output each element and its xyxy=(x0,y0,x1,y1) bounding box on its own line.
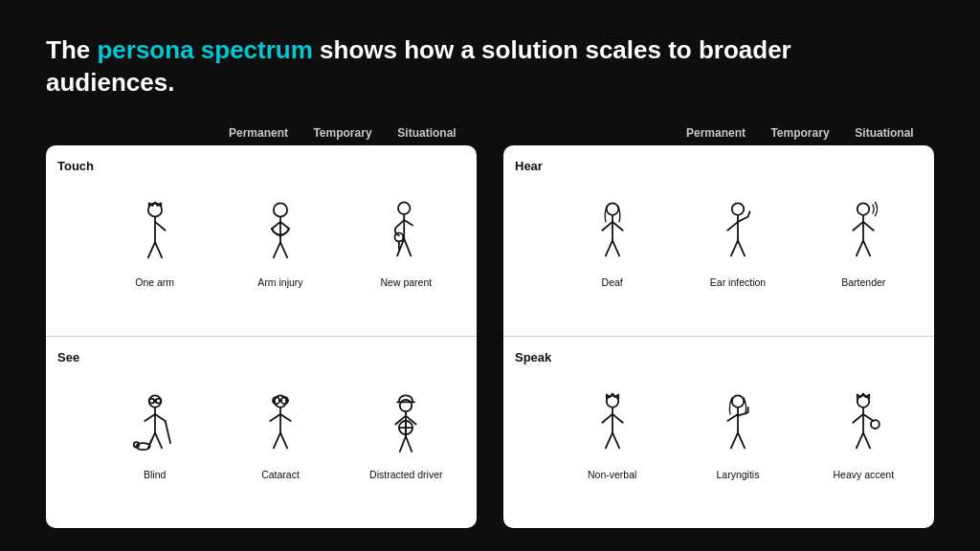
figure-new-parent: New parent xyxy=(365,198,447,289)
right-col-permanent: Permanent xyxy=(674,126,758,140)
svg-point-8 xyxy=(398,203,410,214)
touch-figures: One arm xyxy=(92,198,469,289)
touch-section: Touch xyxy=(46,145,477,337)
ear-infection-label: Ear infection xyxy=(710,276,766,289)
svg-line-53 xyxy=(731,241,738,256)
svg-line-26 xyxy=(149,439,151,443)
svg-line-42 xyxy=(400,436,406,452)
svg-line-2 xyxy=(148,242,155,257)
see-section: See xyxy=(46,336,477,528)
svg-point-50 xyxy=(732,203,744,214)
figure-one-arm: One arm xyxy=(114,198,196,289)
svg-rect-15 xyxy=(148,399,153,403)
headline-part1: The xyxy=(46,35,97,64)
ear-infection-icon xyxy=(709,198,767,275)
right-diagram-block: Permanent Temporary Situational Hear xyxy=(503,126,934,528)
one-arm-label: One arm xyxy=(135,276,174,289)
right-card: Hear xyxy=(503,145,934,528)
heavy-accent-icon xyxy=(835,390,892,467)
see-figures: Blind xyxy=(92,390,469,481)
svg-line-49 xyxy=(612,241,619,256)
svg-line-59 xyxy=(857,241,863,256)
new-parent-icon xyxy=(377,198,434,275)
svg-line-64 xyxy=(612,414,623,423)
svg-line-65 xyxy=(606,432,612,448)
main-container: The persona spectrum shows how a solutio… xyxy=(0,0,980,551)
svg-line-23 xyxy=(155,432,162,448)
svg-point-72 xyxy=(858,395,869,407)
figure-heavy-accent: Heavy accent xyxy=(822,390,904,481)
left-diagram-block: Permanent Temporary Situational Touch xyxy=(46,126,477,528)
non-verbal-label: Non-verbal xyxy=(588,469,636,481)
deaf-label: Deaf xyxy=(602,276,623,289)
laryngitis-label: Laryngitis xyxy=(717,469,760,481)
headline-accent: persona spectrum xyxy=(97,35,312,64)
one-arm-icon xyxy=(126,198,184,275)
svg-line-76 xyxy=(863,432,870,448)
svg-line-52 xyxy=(727,222,738,231)
svg-line-19 xyxy=(145,414,155,421)
speak-label: Speak xyxy=(515,346,549,364)
svg-line-54 xyxy=(738,241,745,256)
touch-label: Touch xyxy=(57,155,92,173)
speak-figures: Non-verbal xyxy=(549,390,926,481)
hear-section: Hear xyxy=(503,145,934,337)
left-col-situational: Situational xyxy=(385,126,469,140)
cataract-label: Cataract xyxy=(261,469,300,481)
svg-line-70 xyxy=(731,432,738,448)
hear-label: Hear xyxy=(515,155,549,173)
svg-line-71 xyxy=(738,432,745,448)
svg-point-67 xyxy=(732,395,744,407)
laryngitis-icon xyxy=(709,390,767,467)
figure-deaf: Deaf xyxy=(571,198,654,289)
hear-figures: Deaf xyxy=(549,198,926,289)
svg-line-32 xyxy=(270,414,280,421)
see-label: See xyxy=(57,346,92,364)
svg-line-48 xyxy=(606,241,612,256)
figure-laryngitis: Laryngitis xyxy=(697,390,779,481)
distracted-driver-icon xyxy=(377,390,434,467)
figure-cataract: Cataract xyxy=(239,390,322,481)
left-col-permanent: Permanent xyxy=(216,126,301,140)
right-col-headers: Permanent Temporary Situational xyxy=(503,126,934,140)
arm-injury-icon xyxy=(252,198,309,275)
left-col-headers: Permanent Temporary Situational xyxy=(46,126,477,140)
headline: The persona spectrum shows how a solutio… xyxy=(46,34,869,99)
cataract-icon xyxy=(252,390,309,467)
left-card: Touch xyxy=(46,145,477,528)
svg-line-20 xyxy=(155,414,166,421)
svg-line-60 xyxy=(863,241,870,256)
figure-ear-infection: Ear infection xyxy=(697,198,779,289)
blind-label: Blind xyxy=(144,469,166,481)
svg-line-58 xyxy=(863,222,874,231)
svg-point-55 xyxy=(858,203,869,214)
svg-point-10 xyxy=(395,233,404,242)
svg-line-33 xyxy=(280,414,291,421)
bartender-icon xyxy=(835,198,892,275)
svg-line-7 xyxy=(280,242,287,257)
svg-line-35 xyxy=(280,432,287,448)
figure-distracted-driver: Distracted driver xyxy=(365,390,447,481)
svg-point-44 xyxy=(606,203,617,214)
figure-bartender: Bartender xyxy=(822,198,904,289)
heavy-accent-label: Heavy accent xyxy=(834,469,895,481)
svg-line-46 xyxy=(602,222,612,231)
arm-injury-label: Arm injury xyxy=(257,276,302,289)
svg-line-34 xyxy=(274,432,280,448)
svg-line-3 xyxy=(155,242,162,257)
new-parent-label: New parent xyxy=(380,276,432,289)
right-col-situational: Situational xyxy=(842,126,926,140)
svg-line-75 xyxy=(857,432,863,448)
svg-point-4 xyxy=(274,203,287,216)
svg-line-63 xyxy=(602,414,612,423)
svg-line-69 xyxy=(727,414,738,421)
distracted-driver-label: Distracted driver xyxy=(369,469,442,481)
right-col-temporary: Temporary xyxy=(758,126,842,140)
svg-line-43 xyxy=(406,436,412,452)
svg-line-47 xyxy=(612,222,623,231)
svg-point-0 xyxy=(148,203,162,216)
svg-line-6 xyxy=(274,242,280,257)
left-col-temporary: Temporary xyxy=(301,126,385,140)
svg-point-61 xyxy=(606,395,617,407)
svg-point-74 xyxy=(871,420,880,429)
